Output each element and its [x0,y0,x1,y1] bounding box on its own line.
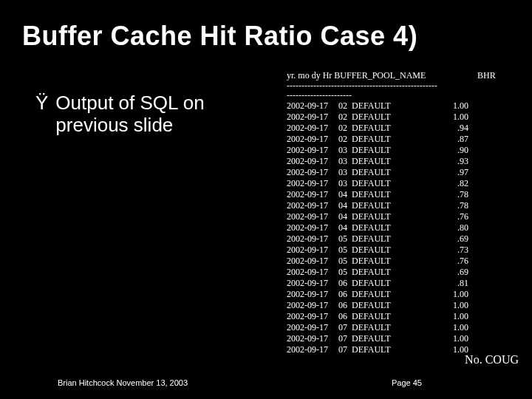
cell-pool: DEFAULT [352,167,446,178]
cell-hr: 02 [338,100,352,112]
table-row: 2002-09-1707DEFAULT1.00 [287,344,468,355]
cell-date: 2002-09-17 [287,311,338,322]
table-row: 2002-09-1704DEFAULT.78 [287,189,468,200]
table-row: 2002-09-1704DEFAULT.80 [287,222,468,233]
cell-bhr: .69 [446,233,468,245]
cell-pool: DEFAULT [352,311,446,322]
cell-pool: DEFAULT [352,278,446,289]
cell-pool: DEFAULT [352,189,446,200]
cell-date: 2002-09-17 [287,189,338,200]
cell-date: 2002-09-17 [287,123,338,134]
cell-bhr: .82 [446,178,468,189]
cell-pool: DEFAULT [352,300,446,311]
cell-bhr: .97 [446,167,468,178]
cell-hr: 03 [338,178,352,189]
cell-bhr: .87 [446,134,468,145]
cell-bhr: .93 [446,156,468,167]
cell-hr: 06 [338,278,352,289]
cell-hr: 05 [338,233,352,245]
sql-output-block: yr. mo dy Hr BUFFER_POOL_NAME BHR ------… [287,70,468,355]
cell-date: 2002-09-17 [287,112,338,123]
cell-hr: 07 [338,322,352,333]
table-row: 2002-09-1707DEFAULT1.00 [287,333,468,344]
cell-bhr: .78 [446,200,468,211]
cell-date: 2002-09-17 [287,267,338,278]
cell-pool: DEFAULT [352,200,446,211]
slide-title: Buffer Cache Hit Ratio Case 4) [22,21,417,52]
cell-bhr: .76 [446,256,468,267]
cell-pool: DEFAULT [352,134,446,145]
footer-page: Page 45 [392,378,422,387]
cell-hr: 06 [338,289,352,300]
cell-hr: 07 [338,344,352,355]
cell-pool: DEFAULT [352,322,446,333]
cell-date: 2002-09-17 [287,344,338,355]
cell-date: 2002-09-17 [287,145,338,156]
cell-hr: 03 [338,145,352,156]
cell-pool: DEFAULT [352,100,446,112]
cell-bhr: .81 [446,278,468,289]
cell-date: 2002-09-17 [287,200,338,211]
cell-bhr: .73 [446,245,468,256]
cell-pool: DEFAULT [352,245,446,256]
cell-date: 2002-09-17 [287,100,338,112]
table-row: 2002-09-1703DEFAULT.97 [287,167,468,178]
cell-hr: 05 [338,267,352,278]
cell-bhr: 1.00 [446,333,468,344]
cell-bhr: .78 [446,189,468,200]
table-header-bhr: BHR [477,70,496,81]
table-row: 2002-09-1706DEFAULT1.00 [287,311,468,322]
cell-date: 2002-09-17 [287,156,338,167]
cell-bhr: .90 [446,145,468,156]
cell-date: 2002-09-17 [287,211,338,222]
cell-pool: DEFAULT [352,178,446,189]
cell-hr: 04 [338,200,352,211]
cell-date: 2002-09-17 [287,245,338,256]
cell-date: 2002-09-17 [287,333,338,344]
cell-pool: DEFAULT [352,156,446,167]
table-row: 2002-09-1702DEFAULT1.00 [287,112,468,123]
table-row: 2002-09-1702DEFAULT.87 [287,134,468,145]
table-header-left: yr. mo dy Hr BUFFER_POOL_NAME [287,70,426,81]
cell-pool: DEFAULT [352,344,446,355]
cell-bhr: 1.00 [446,112,468,123]
table-rows: 2002-09-1702DEFAULT1.002002-09-1702DEFAU… [287,100,468,355]
table-row: 2002-09-1705DEFAULT.76 [287,256,468,267]
table-dashes-2: ---------------------- [287,91,468,100]
slide: Buffer Cache Hit Ratio Case 4) Ÿ Output … [0,0,532,399]
cell-pool: DEFAULT [352,123,446,134]
cell-bhr: .69 [446,267,468,278]
table-row: 2002-09-1706DEFAULT1.00 [287,289,468,300]
cell-bhr: .80 [446,222,468,233]
cell-date: 2002-09-17 [287,134,338,145]
bullet-line-1: Output of SQL on [55,92,204,114]
cell-hr: 03 [338,156,352,167]
cell-bhr: 1.00 [446,100,468,112]
cell-hr: 05 [338,245,352,256]
cell-bhr: .94 [446,123,468,134]
cell-pool: DEFAULT [352,267,446,278]
bullet-marker: Ÿ [35,92,48,114]
cell-pool: DEFAULT [352,333,446,344]
table-row: 2002-09-1705DEFAULT.73 [287,245,468,256]
cell-date: 2002-09-17 [287,167,338,178]
cell-bhr: 1.00 [446,300,468,311]
cell-hr: 04 [338,211,352,222]
cell-pool: DEFAULT [352,145,446,156]
table-row: 2002-09-1702DEFAULT.94 [287,123,468,134]
table-row: 2002-09-1707DEFAULT1.00 [287,322,468,333]
bullet-block: Ÿ Output of SQL on previous slide [35,92,272,136]
cell-date: 2002-09-17 [287,233,338,245]
cell-hr: 02 [338,123,352,134]
table-row: 2002-09-1703DEFAULT.90 [287,145,468,156]
table-row: 2002-09-1703DEFAULT.82 [287,178,468,189]
cell-date: 2002-09-17 [287,278,338,289]
cell-pool: DEFAULT [352,222,446,233]
cell-pool: DEFAULT [352,233,446,245]
table-row: 2002-09-1705DEFAULT.69 [287,267,468,278]
footer-author: Brian Hitchcock November 13, 2003 [58,378,188,387]
cell-pool: DEFAULT [352,289,446,300]
table-row: 2002-09-1704DEFAULT.78 [287,200,468,211]
cell-hr: 02 [338,134,352,145]
table-row: 2002-09-1704DEFAULT.76 [287,211,468,222]
